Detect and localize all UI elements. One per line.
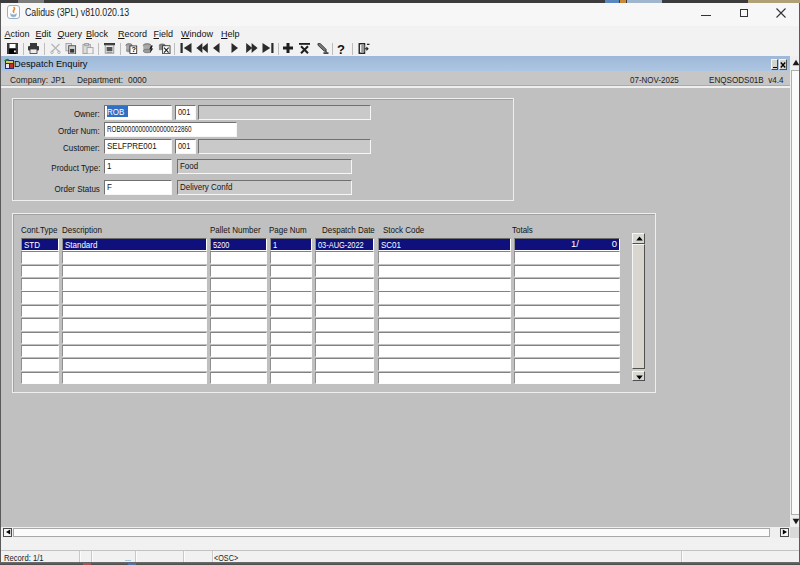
svg-text:?: ? xyxy=(131,45,136,54)
